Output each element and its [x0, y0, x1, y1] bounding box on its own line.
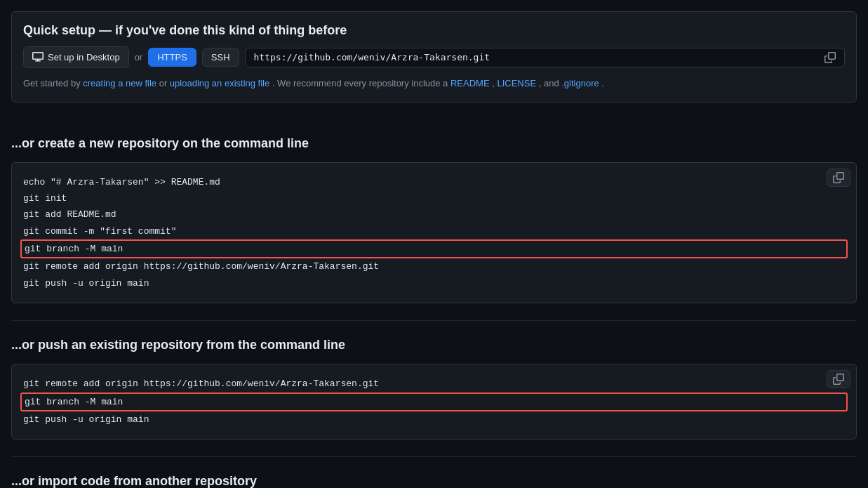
create-section: ...or create a new repository on the com… [11, 119, 857, 322]
ssh-button[interactable]: SSH [202, 48, 239, 67]
desktop-icon [32, 51, 44, 64]
page-container: Quick setup — if you've done this kind o… [11, 11, 857, 488]
create-section-title: ...or create a new repository on the com… [11, 136, 857, 151]
copy-url-button[interactable] [824, 52, 836, 63]
quick-setup-section: Quick setup — if you've done this kind o… [11, 11, 857, 103]
code-line-6: git remote add origin https://github.com… [23, 258, 845, 275]
uploading-existing-file-link[interactable]: uploading an existing file [170, 78, 269, 88]
code-line-2: git init [23, 190, 845, 206]
url-container: https://github.com/weniv/Arzra-Takarsen.… [245, 48, 845, 67]
help-text: Get started by creating a new file or up… [23, 77, 845, 91]
code-line-7: git push -u origin main [23, 275, 845, 291]
quick-setup-title: Quick setup — if you've done this kind o… [23, 23, 845, 38]
creating-new-file-link[interactable]: creating a new file [83, 78, 156, 88]
copy-push-code-button[interactable] [827, 370, 850, 388]
readme-link[interactable]: README [450, 78, 490, 88]
or-text: or [135, 52, 143, 62]
setup-desktop-label: Set up in Desktop [48, 52, 120, 62]
code-line-5-highlighted: git branch -M main [20, 239, 848, 258]
https-button[interactable]: HTTPS [148, 48, 196, 67]
code-line-1: echo "# Arzra-Takarsen" >> README.md [23, 174, 845, 190]
copy-create-code-button[interactable] [827, 169, 850, 187]
gitignore-link[interactable]: .gitignore [561, 78, 599, 88]
create-code-block: echo "# Arzra-Takarsen" >> README.md git… [11, 162, 857, 304]
setup-desktop-button[interactable]: Set up in Desktop [23, 46, 129, 68]
push-code-line-3: git push -u origin main [23, 411, 845, 428]
code-line-3: git add README.md [23, 206, 845, 223]
setup-row: Set up in Desktop or HTTPS SSH https://g… [23, 46, 845, 68]
repo-url: https://github.com/weniv/Arzra-Takarsen.… [254, 52, 490, 62]
push-code-line-2-highlighted: git branch -M main [20, 393, 848, 411]
push-section: ...or push an existing repository from t… [11, 321, 857, 457]
license-link[interactable]: LICENSE [497, 78, 536, 88]
import-section-title: ...or import code from another repositor… [11, 474, 857, 488]
push-code-block: git remote add origin https://github.com… [11, 364, 857, 440]
code-line-4: git commit -m "first commit" [23, 223, 845, 239]
push-code-line-1: git remote add origin https://github.com… [23, 376, 845, 392]
push-section-title: ...or push an existing repository from t… [11, 338, 857, 352]
import-section: ...or import code from another repositor… [11, 457, 857, 488]
